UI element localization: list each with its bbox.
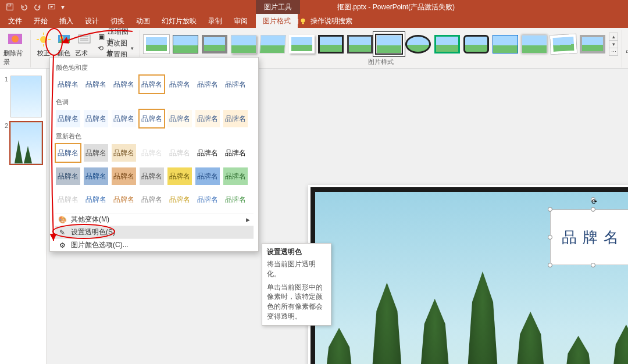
slide-thumbnail-panel[interactable]: 1 2 xyxy=(0,69,47,364)
photo[interactable]: 品牌名 ⟳ xyxy=(311,187,628,364)
color-swatch[interactable]: 品牌名 xyxy=(83,74,109,94)
style-thumb[interactable] xyxy=(144,35,169,53)
color-swatch[interactable]: 品牌名 xyxy=(55,190,81,209)
color-swatch[interactable]: 品牌名 xyxy=(194,143,221,163)
recolor-grid-2: 品牌名品牌名品牌名品牌名品牌名品牌名品牌名 xyxy=(55,166,254,186)
brand-text-box[interactable]: 品牌名 ⟳ xyxy=(550,209,628,265)
color-swatch[interactable]: 品牌名 xyxy=(222,190,249,209)
style-thumb[interactable] xyxy=(376,35,402,53)
tab-design[interactable]: 设计 xyxy=(79,14,105,28)
color-button[interactable]: 颜色 xyxy=(55,30,74,58)
slide-thumb[interactable] xyxy=(10,122,42,164)
tab-insert[interactable]: 插入 xyxy=(53,14,79,28)
slide-thumb-1[interactable]: 1 xyxy=(0,73,46,120)
color-swatch[interactable]: 品牌名 xyxy=(83,109,109,129)
slide-thumb[interactable] xyxy=(10,76,42,117)
tab-file[interactable]: 文件 xyxy=(2,14,28,28)
gallery-more-button[interactable]: ▴▾⋯ xyxy=(609,33,618,56)
color-swatch[interactable]: 品牌名 xyxy=(222,109,249,129)
style-thumb[interactable] xyxy=(463,35,489,53)
tab-review[interactable]: 审阅 xyxy=(228,14,254,28)
tab-record[interactable]: 录制 xyxy=(202,14,228,28)
style-thumb[interactable] xyxy=(173,35,198,53)
tab-home[interactable]: 开始 xyxy=(28,14,53,28)
color-swatch[interactable]: 品牌名 xyxy=(222,166,249,186)
color-swatch[interactable]: 品牌名 xyxy=(166,109,193,129)
color-swatch[interactable]: 品牌名 xyxy=(110,109,137,129)
save-icon[interactable] xyxy=(3,1,16,13)
set-transparent-color-item[interactable]: ✎ 设置透明色(S) xyxy=(55,226,254,238)
slide[interactable]: 品牌名 ⟳ xyxy=(308,185,628,364)
style-thumb[interactable] xyxy=(289,35,315,53)
start-from-beginning-icon[interactable] xyxy=(45,1,58,13)
style-thumb[interactable] xyxy=(580,35,605,53)
color-swatch[interactable]: 品牌名 xyxy=(194,190,221,209)
color-swatch[interactable]: 品牌名 xyxy=(166,74,193,94)
style-thumb[interactable] xyxy=(434,35,460,53)
style-thumb[interactable] xyxy=(493,35,518,53)
tab-transitions[interactable]: 切换 xyxy=(105,14,130,28)
undo-icon[interactable] xyxy=(17,1,30,13)
color-swatch[interactable]: 品牌名 xyxy=(55,143,81,163)
section-tone-label: 色调 xyxy=(56,98,254,106)
redo-icon[interactable] xyxy=(31,1,44,13)
color-swatch[interactable]: 品牌名 xyxy=(110,143,137,163)
color-swatch[interactable]: 品牌名 xyxy=(110,166,137,186)
color-swatch[interactable]: 品牌名 xyxy=(138,109,165,129)
svg-rect-4 xyxy=(302,23,304,24)
slide-number: 2 xyxy=(2,122,8,164)
color-swatch[interactable]: 品牌名 xyxy=(55,166,81,186)
style-thumb[interactable] xyxy=(202,35,227,53)
slide-thumb-2[interactable]: 2 xyxy=(0,120,46,166)
style-thumb[interactable] xyxy=(318,35,344,53)
artistic-icon xyxy=(76,31,92,48)
color-swatch[interactable]: 品牌名 xyxy=(166,166,193,186)
color-swatch[interactable]: 品牌名 xyxy=(194,109,221,129)
style-thumb[interactable] xyxy=(405,35,431,53)
corrections-button[interactable]: 校正 xyxy=(34,30,53,58)
color-swatch[interactable]: 品牌名 xyxy=(83,190,109,209)
color-swatch[interactable]: 品牌名 xyxy=(55,74,81,94)
color-swatch[interactable]: 品牌名 xyxy=(83,143,109,163)
color-swatch[interactable]: 品牌名 xyxy=(166,143,193,163)
style-thumb[interactable] xyxy=(550,34,577,54)
color-swatch[interactable]: 品牌名 xyxy=(110,190,137,209)
tab-picture-format[interactable]: 图片格式 xyxy=(256,14,298,28)
tooltip: 设置透明色 将当前图片透明化。 单击当前图形中的像素时，该特定颜色的所有像素都会… xyxy=(262,243,331,326)
color-swatch[interactable]: 品牌名 xyxy=(138,143,165,163)
tab-slideshow[interactable]: 幻灯片放映 xyxy=(156,14,202,28)
tab-animations[interactable]: 动画 xyxy=(130,14,156,28)
svg-point-3 xyxy=(301,19,305,23)
color-swatch[interactable]: 品牌名 xyxy=(138,74,165,94)
color-swatch[interactable]: 品牌名 xyxy=(138,166,165,186)
recolor-grid-3: 品牌名品牌名品牌名品牌名品牌名品牌名品牌名 xyxy=(55,190,254,209)
qat-more-icon[interactable]: ▾ xyxy=(59,1,66,13)
corrections-icon xyxy=(35,31,52,48)
slide-number: 1 xyxy=(2,76,8,117)
picture-border-button[interactable]: ▭图片边框▾ xyxy=(626,31,628,71)
style-thumb[interactable] xyxy=(231,35,256,53)
context-tab-group: 图片工具 xyxy=(256,0,300,14)
tooltip-line: 将当前图片透明化。 xyxy=(267,259,326,279)
color-swatch[interactable]: 品牌名 xyxy=(110,74,137,94)
tell-me-search[interactable]: 操作说明搜索 xyxy=(294,14,357,28)
color-swatch[interactable]: 品牌名 xyxy=(194,74,221,94)
style-thumb[interactable] xyxy=(259,35,286,53)
color-swatch[interactable]: 品牌名 xyxy=(138,190,165,209)
color-icon xyxy=(56,31,72,48)
picture-color-options-item[interactable]: ⚙ 图片颜色选项(C)... xyxy=(55,238,254,251)
color-swatch[interactable]: 品牌名 xyxy=(83,166,109,186)
quick-access-toolbar: ▾ xyxy=(0,1,66,13)
color-dropdown-panel: 颜色饱和度 品牌名品牌名品牌名品牌名品牌名品牌名品牌名 色调 品牌名品牌名品牌名… xyxy=(49,57,259,252)
remove-background-button[interactable]: 删除背景 xyxy=(3,30,27,66)
style-thumb[interactable] xyxy=(522,35,547,53)
style-thumb[interactable] xyxy=(347,35,373,53)
more-variations-item[interactable]: 🎨 其他变体(M) ▶ xyxy=(55,213,254,226)
color-swatch[interactable]: 品牌名 xyxy=(55,109,81,129)
color-swatch[interactable]: 品牌名 xyxy=(166,190,193,209)
color-swatch[interactable]: 品牌名 xyxy=(222,143,249,163)
color-swatch[interactable]: 品牌名 xyxy=(194,166,221,186)
picture-styles-gallery[interactable]: ▴▾⋯ xyxy=(144,30,618,56)
eyedropper-icon: ✎ xyxy=(58,229,66,237)
color-swatch[interactable]: 品牌名 xyxy=(222,74,249,94)
